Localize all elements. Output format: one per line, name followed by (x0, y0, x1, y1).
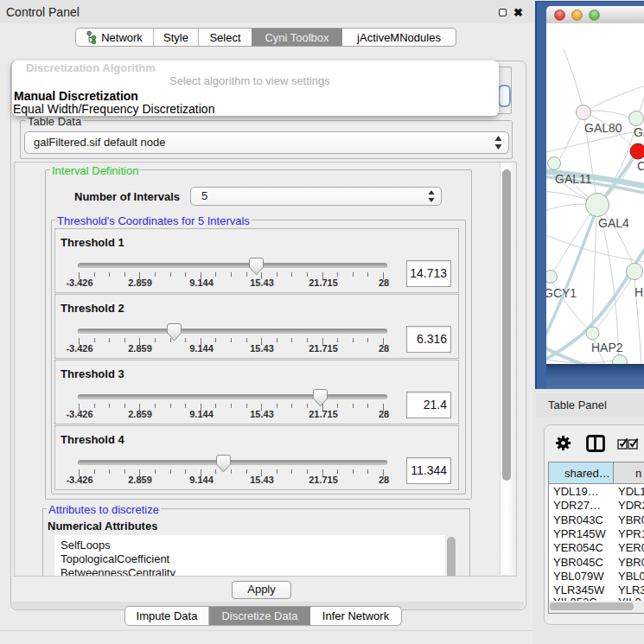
svg-text:GAL4: GAL4 (598, 216, 629, 230)
svg-text:GAL80: GAL80 (584, 121, 622, 135)
svg-text:HAP2: HAP2 (591, 341, 623, 354)
svg-text:C: C (637, 159, 644, 173)
svg-text:H: H (634, 285, 643, 299)
svg-text:GAL11: GAL11 (555, 172, 592, 186)
svg-text:GA: GA (634, 125, 644, 139)
svg-text:GCY1: GCY1 (546, 286, 577, 300)
